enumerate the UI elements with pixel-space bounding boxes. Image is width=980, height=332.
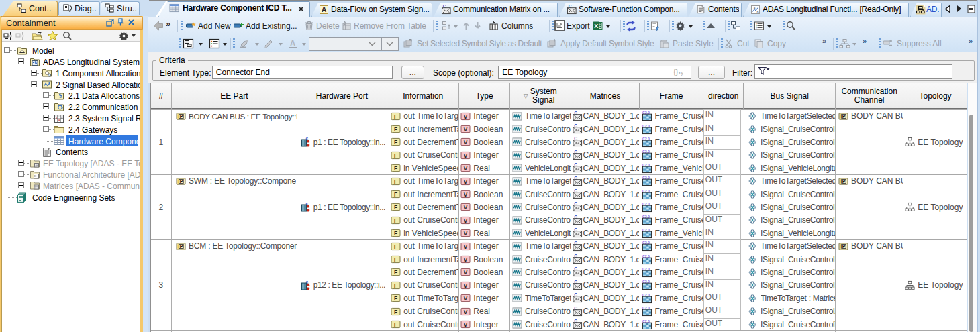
svg-text:X: X — [594, 23, 598, 30]
svg-text:b: b — [757, 10, 759, 14]
svg-text:A: A — [322, 6, 326, 13]
svg-text:A: A — [290, 39, 296, 48]
